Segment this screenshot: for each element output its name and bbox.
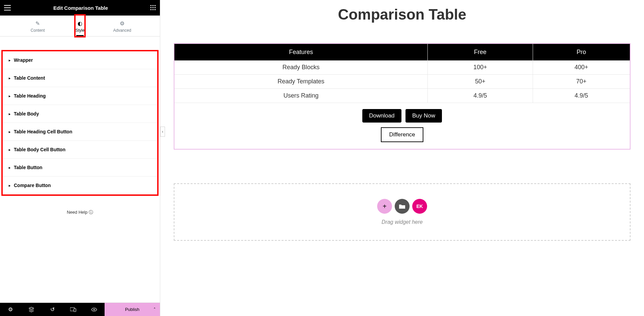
buy-now-button[interactable]: Buy Now xyxy=(405,109,442,123)
table-cell: Ready Templates xyxy=(174,75,428,89)
table-cell: 400+ xyxy=(533,60,630,75)
caret-icon: ▸ xyxy=(9,166,10,169)
accordion-label: Compare Button xyxy=(14,183,51,188)
bottom-icons: ⚙ ↺ xyxy=(0,303,105,316)
contrast-icon: ◐ xyxy=(76,20,85,27)
pencil-icon: ✎ xyxy=(0,20,76,27)
accordion-label: Table Body Cell Button xyxy=(14,147,65,152)
menu-icon[interactable] xyxy=(4,5,11,10)
caret-icon: ▸ xyxy=(9,94,10,98)
svg-rect-10 xyxy=(74,309,76,312)
help-row: Need Help ⓘ xyxy=(0,196,160,222)
accordion-label: Table Heading Cell Button xyxy=(14,129,72,134)
accordion-table-heading[interactable]: ▸Table Heading xyxy=(3,87,157,105)
publish-label: Publish xyxy=(125,307,140,312)
help-label: Need Help xyxy=(67,210,87,215)
drop-zone[interactable]: + EK Drag widget here xyxy=(174,183,631,241)
table-header-cell: Pro xyxy=(533,44,630,60)
table-buttons: Download Buy Now Difference xyxy=(174,109,630,142)
accordion-label: Table Body xyxy=(14,111,39,116)
drop-zone-text: Drag widget here xyxy=(382,219,423,225)
help-icon: ⓘ xyxy=(89,210,93,215)
accordion-body-cell-button[interactable]: ▸Table Body Cell Button xyxy=(3,141,157,159)
svg-rect-8 xyxy=(155,9,156,10)
difference-button[interactable]: Difference xyxy=(381,127,423,142)
accordion-wrapper[interactable]: ▸Wrapper xyxy=(3,51,157,69)
caret-icon: ▸ xyxy=(9,76,10,80)
table-cell: 100+ xyxy=(428,60,533,75)
settings-icon[interactable]: ⚙ xyxy=(0,303,21,316)
table-cell: 4.9/5 xyxy=(533,89,630,103)
tab-advanced[interactable]: ⚙ Advanced xyxy=(84,16,160,36)
responsive-icon[interactable] xyxy=(63,303,84,316)
svg-rect-1 xyxy=(152,5,153,6)
accordion-label: Table Heading xyxy=(14,93,46,99)
accordion-label: Table Button xyxy=(14,165,43,170)
accordion-table-content[interactable]: ▸Table Content xyxy=(3,69,157,87)
table-cell: 4.9/5 xyxy=(428,89,533,103)
accordion-table-body[interactable]: ▸Table Body xyxy=(3,105,157,123)
accordion-label: Wrapper xyxy=(14,57,33,63)
publish-button[interactable]: Publish ˄ xyxy=(105,303,160,316)
bottom-bar: ⚙ ↺ Publish ˄ xyxy=(0,302,160,316)
history-icon[interactable]: ↺ xyxy=(42,303,63,316)
editor-tabs: ✎ Content ◐ Style ⚙ Advanced xyxy=(0,16,160,36)
table-cell: Users Rating xyxy=(174,89,428,103)
navigator-icon[interactable] xyxy=(21,303,42,316)
svg-rect-6 xyxy=(150,9,151,10)
ek-button[interactable]: EK xyxy=(412,199,427,214)
table-cell: 70+ xyxy=(533,75,630,89)
tab-advanced-label: Advanced xyxy=(113,28,131,33)
widgets-grid-icon[interactable] xyxy=(150,5,156,10)
caret-icon: ▸ xyxy=(9,130,10,134)
caret-icon: ▸ xyxy=(9,112,10,116)
download-button[interactable]: Download xyxy=(362,109,401,123)
accordion-heading-cell-button[interactable]: ▸Table Heading Cell Button xyxy=(3,123,157,141)
svg-point-11 xyxy=(93,309,95,310)
table-header-cell: Free xyxy=(428,44,533,60)
sidebar-title: Edit Comparison Table xyxy=(53,5,108,11)
svg-rect-7 xyxy=(152,9,153,10)
svg-rect-2 xyxy=(155,5,156,6)
panel-body: ▸Wrapper ▸Table Content ▸Table Heading ▸… xyxy=(0,36,160,302)
table-header-row: Features Free Pro xyxy=(174,44,630,60)
caret-icon: ▸ xyxy=(9,148,10,152)
table-header-cell: Features xyxy=(174,44,428,60)
table-cell: Ready Blocks xyxy=(174,60,428,75)
accordion-label: Table Content xyxy=(14,75,45,81)
table-row: Ready Blocks 100+ 400+ xyxy=(174,60,630,75)
accordion-highlight: ▸Wrapper ▸Table Content ▸Table Heading ▸… xyxy=(1,50,159,196)
chevron-up-icon[interactable]: ˄ xyxy=(153,307,156,312)
table-row: Ready Templates 50+ 70+ xyxy=(174,75,630,89)
sidebar-header: Edit Comparison Table xyxy=(0,0,160,16)
editor-sidebar: Edit Comparison Table ✎ Content ◐ Style … xyxy=(0,0,160,316)
tab-content[interactable]: ✎ Content xyxy=(0,16,76,36)
table-row: Users Rating 4.9/5 4.9/5 xyxy=(174,89,630,103)
comparison-table-widget[interactable]: Features Free Pro Ready Blocks 100+ 400+… xyxy=(174,43,631,150)
svg-rect-4 xyxy=(152,7,153,8)
gear-icon: ⚙ xyxy=(84,20,160,27)
preview-icon[interactable] xyxy=(84,303,105,316)
svg-rect-5 xyxy=(155,7,156,8)
drop-zone-icons: + EK xyxy=(377,199,427,214)
svg-rect-0 xyxy=(150,5,151,6)
tab-style-label: Style xyxy=(76,28,85,33)
accordion-compare-button[interactable]: ▸Compare Button xyxy=(3,177,157,194)
accordion-table-button[interactable]: ▸Table Button xyxy=(3,159,157,177)
template-library-button[interactable] xyxy=(395,199,410,214)
tab-style[interactable]: ◐ Style xyxy=(76,16,85,36)
help-link[interactable]: Need Help ⓘ xyxy=(67,210,93,215)
add-section-button[interactable]: + xyxy=(377,199,392,214)
caret-icon: ▸ xyxy=(9,184,10,187)
table-cell: 50+ xyxy=(428,75,533,89)
preview-canvas: Comparison Table Features Free Pro Ready… xyxy=(160,0,644,316)
caret-icon: ▸ xyxy=(9,58,10,62)
comparison-table: Features Free Pro Ready Blocks 100+ 400+… xyxy=(174,44,630,103)
page-title: Comparison Table xyxy=(174,6,631,23)
tab-content-label: Content xyxy=(31,28,45,33)
svg-rect-3 xyxy=(150,7,151,8)
